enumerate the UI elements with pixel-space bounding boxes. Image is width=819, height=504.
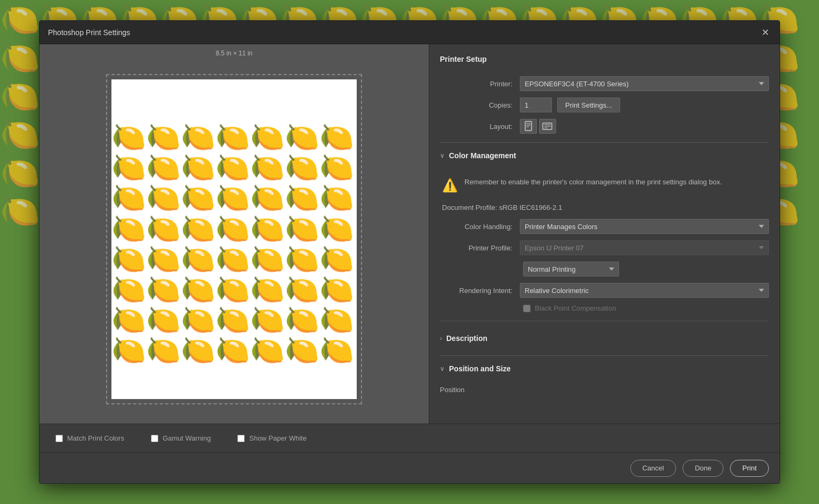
- color-management-section-header: ∨ Color Management: [440, 151, 769, 164]
- description-section: › Description: [440, 330, 769, 347]
- copies-row: Copies: Print Settings...: [440, 97, 769, 112]
- print-button[interactable]: Print: [730, 460, 769, 477]
- gamut-warning-checkbox[interactable]: [151, 435, 158, 442]
- layout-label: Layout:: [440, 123, 520, 131]
- position-size-collapse-btn[interactable]: ∨: [440, 365, 445, 372]
- main-content: 8.5 in × 11 in 🍋🍋🍋🍋🍋🍋🍋🍋🍋🍋🍋🍋🍋🍋🍋🍋🍋🍋🍋🍋🍋🍋🍋🍋🍋…: [39, 44, 780, 424]
- match-print-colors-label: Match Print Colors: [67, 434, 124, 442]
- bottom-checkboxes-bar: Match Print Colors Gamut Warning Show Pa…: [39, 424, 780, 452]
- copies-label: Copies:: [440, 101, 520, 109]
- cancel-button[interactable]: Cancel: [630, 460, 676, 477]
- position-size-section: ∨ Position and Size Position: [440, 364, 769, 394]
- layout-row: Layout:: [440, 119, 769, 134]
- show-paper-white-checkbox[interactable]: [237, 435, 245, 442]
- description-collapse-btn[interactable]: ›: [440, 335, 442, 342]
- landscape-icon: [542, 122, 553, 131]
- black-point-compensation-checkbox[interactable]: [523, 305, 531, 312]
- layout-portrait-button[interactable]: [520, 119, 537, 134]
- gamut-warning-label: Gamut Warning: [163, 434, 211, 442]
- position-label: Position: [440, 386, 769, 394]
- color-management-collapse-btn[interactable]: ∨: [440, 152, 445, 159]
- print-settings-button[interactable]: Print Settings...: [557, 97, 620, 112]
- close-button[interactable]: ✕: [759, 27, 771, 38]
- match-print-colors-checkbox[interactable]: [55, 435, 63, 442]
- preview-panel: 8.5 in × 11 in 🍋🍋🍋🍋🍋🍋🍋🍋🍋🍋🍋🍋🍋🍋🍋🍋🍋🍋🍋🍋🍋🍋🍋🍋🍋…: [39, 44, 429, 424]
- done-button[interactable]: Done: [682, 460, 724, 477]
- rendering-intent-label: Rendering Intent:: [440, 287, 520, 295]
- show-paper-white-label: Show Paper White: [249, 434, 307, 442]
- warning-icon: ⚠️: [442, 178, 458, 193]
- margin-bottom: [111, 367, 357, 399]
- paper-white: 🍋🍋🍋🍋🍋🍋🍋🍋🍋🍋🍋🍋🍋🍋🍋🍋🍋🍋🍋🍋🍋🍋🍋🍋🍋🍋🍋🍋🍋🍋🍋🍋🍋🍋🍋🍋🍋🍋🍋🍋…: [111, 79, 357, 399]
- lemon-art: 🍋🍋🍋🍋🍋🍋🍋🍋🍋🍋🍋🍋🍋🍋🍋🍋🍋🍋🍋🍋🍋🍋🍋🍋🍋🍋🍋🍋🍋🍋🍋🍋🍋🍋🍋🍋🍋🍋🍋🍋…: [111, 122, 357, 367]
- warning-box: ⚠️ Remember to enable the printer's colo…: [440, 173, 769, 197]
- paper-outer: 🍋🍋🍋🍋🍋🍋🍋🍋🍋🍋🍋🍋🍋🍋🍋🍋🍋🍋🍋🍋🍋🍋🍋🍋🍋🍋🍋🍋🍋🍋🍋🍋🍋🍋🍋🍋🍋🍋🍋🍋…: [106, 74, 362, 404]
- normal-printing-row: Normal Printing Hard Proofing: [440, 262, 769, 277]
- position-size-header: ∨ Position and Size: [440, 364, 769, 377]
- rendering-intent-row: Rendering Intent: Relative Colorimetric …: [440, 283, 769, 298]
- layout-landscape-button[interactable]: [539, 119, 556, 134]
- color-handling-select[interactable]: Printer Manages Colors Photoshop Manages…: [520, 219, 769, 234]
- copies-input[interactable]: [520, 97, 552, 112]
- divider-2: [440, 321, 769, 321]
- gamut-warning-item[interactable]: Gamut Warning: [151, 434, 211, 442]
- description-header[interactable]: › Description: [440, 330, 769, 347]
- show-paper-white-item[interactable]: Show Paper White: [237, 434, 307, 442]
- printer-row: Printer: EPSONE6F3C4 (ET-4700 Series): [440, 76, 769, 91]
- divider-1: [440, 142, 769, 143]
- settings-scroll[interactable]: Printer Setup Printer: EPSONE6F3C4 (ET-4…: [429, 44, 780, 424]
- black-point-compensation-row: Black Point Compensation: [440, 304, 769, 312]
- printer-profile-label: Printer Profile:: [440, 244, 520, 252]
- color-management-title: Color Management: [449, 151, 516, 160]
- settings-panel: Printer Setup Printer: EPSONE6F3C4 (ET-4…: [429, 44, 780, 424]
- margin-top: [111, 79, 357, 122]
- paper-container: 🍋🍋🍋🍋🍋🍋🍋🍋🍋🍋🍋🍋🍋🍋🍋🍋🍋🍋🍋🍋🍋🍋🍋🍋🍋🍋🍋🍋🍋🍋🍋🍋🍋🍋🍋🍋🍋🍋🍋🍋…: [106, 74, 362, 404]
- black-point-compensation-label: Black Point Compensation: [535, 304, 616, 312]
- divider-3: [440, 355, 769, 356]
- printer-select[interactable]: EPSONE6F3C4 (ET-4700 Series): [520, 76, 769, 91]
- warning-text: Remember to enable the printer's color m…: [464, 177, 722, 188]
- dialog-title: Photoshop Print Settings: [48, 28, 130, 37]
- portrait-icon: [524, 121, 533, 132]
- bottom-buttons-bar: Cancel Done Print: [39, 452, 780, 483]
- rendering-intent-select[interactable]: Relative Colorimetric Perceptual Saturat…: [520, 283, 769, 298]
- printer-setup-section-header: Printer Setup: [440, 55, 769, 68]
- position-size-title: Position and Size: [449, 364, 511, 373]
- color-handling-row: Color Handling: Printer Manages Colors P…: [440, 219, 769, 234]
- svg-rect-0: [525, 121, 532, 131]
- document-profile: Document Profile: sRGB IEC61966-2.1: [440, 204, 769, 212]
- printer-label: Printer:: [440, 80, 520, 88]
- normal-printing-select[interactable]: Normal Printing Hard Proofing: [523, 262, 619, 277]
- printer-setup-title: Printer Setup: [440, 55, 487, 63]
- printer-profile-select[interactable]: Epson IJ Printer 07: [520, 240, 769, 255]
- description-title: Description: [446, 334, 487, 343]
- match-print-colors-item[interactable]: Match Print Colors: [55, 434, 124, 442]
- layout-icons: [520, 119, 556, 134]
- printer-profile-row: Printer Profile: Epson IJ Printer 07: [440, 240, 769, 255]
- color-handling-label: Color Handling:: [440, 223, 520, 231]
- title-bar: Photoshop Print Settings ✕: [39, 21, 780, 44]
- dialog: Photoshop Print Settings ✕ 8.5 in × 11 i…: [39, 20, 780, 484]
- paper-size-label: 8.5 in × 11 in: [215, 50, 252, 57]
